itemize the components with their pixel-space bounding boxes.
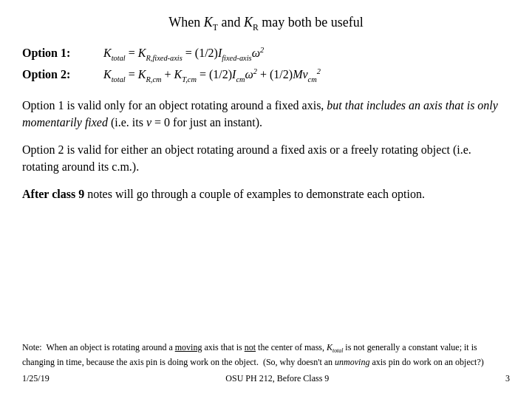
paragraph-3-bold-after: After class 9 <box>22 188 84 200</box>
kt-sub: T <box>213 23 218 33</box>
footer-page: 3 <box>505 373 510 384</box>
kr-sub: R <box>253 23 259 33</box>
option-1-label: Option 1: <box>22 47 103 60</box>
note-unmoving: unmoving <box>335 357 369 367</box>
page: When KT and KR may both be useful Option… <box>0 0 532 399</box>
options-section: Option 1: Ktotal = KR,fixed-axis = (1/2)… <box>22 46 510 83</box>
footer: 1/25/19 OSU PH 212, Before Class 9 3 <box>22 373 510 384</box>
option-2-label: Option 2: <box>22 68 103 81</box>
paragraph-1-italic: but that includes an axis that is only m… <box>22 99 498 129</box>
option-1-formula: Ktotal = KR,fixed-axis = (1/2)Ifixed-axi… <box>103 46 510 62</box>
paragraph-3: After class 9 notes will go through a co… <box>22 185 510 202</box>
note-ktotal: Ktotal <box>327 342 343 352</box>
option-2-row: Option 2: Ktotal = KR,cm + KT,cm = (1/2)… <box>22 67 510 83</box>
page-title: When KT and KR may both be useful <box>22 15 510 33</box>
footer-course: OSU PH 212, Before Class 9 <box>225 373 329 384</box>
note-moving: moving <box>175 342 202 352</box>
note-text: Note: When an object is rotating around … <box>22 341 510 369</box>
option-2-formula: Ktotal = KR,cm + KT,cm = (1/2)Icmω2 + (1… <box>103 67 510 83</box>
note-not: not <box>245 342 256 352</box>
paragraph-1: Option 1 is valid only for an object rot… <box>22 97 510 131</box>
paragraph-2: Option 2 is valid for either an object r… <box>22 141 510 175</box>
kt-var: K <box>204 15 213 30</box>
note-section: Note: When an object is rotating around … <box>22 341 510 369</box>
footer-date: 1/25/19 <box>22 373 50 384</box>
option-1-row: Option 1: Ktotal = KR,fixed-axis = (1/2)… <box>22 46 510 62</box>
kr-var: K <box>244 15 253 30</box>
